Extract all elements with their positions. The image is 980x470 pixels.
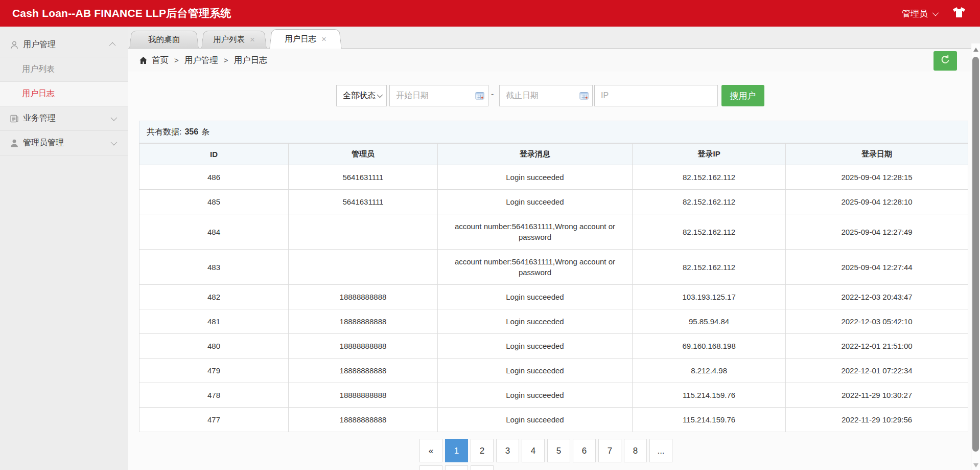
tab-user-log[interactable]: 用户日志× [269, 29, 342, 49]
breadcrumb-item[interactable]: 用户日志 [234, 55, 268, 64]
main-area: 我的桌面用户列表×用户日志× 首页>用户管理>用户日志 全部状态 [128, 27, 980, 470]
page-button-6[interactable]: 6 [573, 439, 596, 462]
chevron-down-icon [111, 115, 118, 121]
table-cell: 2025-09-04 12:28:10 [786, 190, 968, 214]
news-icon [9, 114, 19, 124]
summary-count: 356 [184, 127, 198, 137]
table-cell: 18888888888 [288, 383, 437, 408]
table-cell: 2025-09-04 12:27:44 [786, 250, 968, 285]
summary-label: 共有数据: [147, 127, 181, 138]
scroll-down-icon[interactable] [973, 463, 978, 467]
page-button-7[interactable]: 7 [598, 439, 621, 462]
table-cell: 483 [139, 250, 289, 285]
sidebar-item-admin-management[interactable]: 管理员管理 [0, 131, 128, 155]
page-button-8[interactable]: 8 [624, 439, 647, 462]
table-cell: 2022-11-29 10:29:56 [786, 408, 968, 432]
page-button-35[interactable]: 35 [419, 465, 442, 470]
table-cell: 484 [139, 214, 289, 250]
table-cell: 5641631111 [288, 165, 437, 190]
summary-bar: 共有数据: 356 条 [139, 121, 968, 143]
table-cell: 479 [139, 359, 289, 383]
sidebar-item-user-list[interactable]: 用户列表 [0, 57, 128, 82]
table-cell: 2022-12-03 20:43:47 [786, 285, 968, 309]
end-date-field [499, 85, 593, 106]
home-icon [139, 56, 148, 64]
table-cell: 2025-09-04 12:27:49 [786, 214, 968, 250]
table-cell: 115.214.159.76 [633, 383, 786, 408]
tab-bar: 我的桌面用户列表×用户日志× [128, 27, 980, 49]
breadcrumb-row: 首页>用户管理>用户日志 [128, 49, 980, 72]
chevron-up-icon [109, 42, 116, 49]
refresh-button[interactable] [934, 51, 957, 71]
calendar-icon[interactable] [579, 91, 589, 102]
status-select[interactable]: 全部状态 [336, 85, 387, 106]
next-page-button[interactable]: » [471, 465, 494, 470]
filter-bar: 全部状态 - 搜用户 [128, 85, 980, 106]
table-cell: 5641631111 [288, 190, 437, 214]
table-cell: 478 [139, 383, 289, 408]
table-cell: 485 [139, 190, 289, 214]
theme-button[interactable] [952, 7, 966, 20]
start-date-field [389, 85, 488, 106]
page-button-4[interactable]: 4 [522, 439, 545, 462]
tab-desktop[interactable]: 我的桌面 [129, 31, 199, 48]
summary-unit: 条 [201, 127, 209, 138]
breadcrumb: 首页>用户管理>用户日志 [152, 55, 268, 66]
prev-page-button[interactable]: « [419, 439, 442, 462]
vertical-scrollbar[interactable] [971, 43, 980, 470]
page-button-1[interactable]: 1 [445, 439, 468, 462]
table-row: 47818888888888Login succeeded115.214.159… [139, 383, 968, 408]
table-panel: 共有数据: 356 条 ID管理员登录消息登录IP登录日期 4865641631… [139, 121, 968, 432]
table-cell: 18888888888 [288, 334, 437, 359]
user-menu[interactable]: 管理员 [902, 8, 937, 19]
close-icon[interactable]: × [321, 35, 326, 43]
sidebar-item-business-management[interactable]: 业务管理 [0, 106, 128, 131]
column-header: 登录消息 [437, 144, 632, 165]
column-header: ID [139, 144, 289, 165]
page-button-5[interactable]: 5 [547, 439, 570, 462]
log-table-header-row: ID管理员登录消息登录IP登录日期 [139, 144, 968, 165]
calendar-icon[interactable] [475, 91, 484, 102]
table-row: 4855641631111Login succeeded82.152.162.1… [139, 190, 968, 214]
page-button-2[interactable]: 2 [471, 439, 494, 462]
page-button-3[interactable]: 3 [496, 439, 519, 462]
table-cell: 18888888888 [288, 408, 437, 432]
ip-input[interactable] [594, 85, 718, 106]
page-button-36[interactable]: 36 [445, 465, 468, 470]
breadcrumb-item[interactable]: 用户管理 [184, 55, 218, 64]
table-cell: Login succeeded [437, 309, 632, 334]
tab-user-list[interactable]: 用户列表× [201, 31, 267, 48]
table-cell: 2022-12-03 05:42:10 [786, 309, 968, 334]
pagination-wrap: «12345678...3536» [139, 439, 968, 470]
table-cell: 18888888888 [288, 309, 437, 334]
table-cell: 481 [139, 309, 289, 334]
table-cell [288, 214, 437, 250]
start-date-input[interactable] [389, 85, 488, 106]
table-cell: 2025-09-04 12:28:15 [786, 165, 968, 190]
table-row: 4865641631111Login succeeded82.152.162.1… [139, 165, 968, 190]
table-cell: 103.193.125.17 [633, 285, 786, 309]
table-cell: 82.152.162.112 [633, 250, 786, 285]
close-icon[interactable]: × [250, 35, 255, 44]
table-cell: 69.160.168.198 [633, 334, 786, 359]
scrollbar-thumb[interactable] [972, 57, 979, 452]
user-menu-label: 管理员 [902, 8, 928, 19]
table-row: 48018888888888Login succeeded69.160.168.… [139, 334, 968, 359]
sidebar-item-user-management[interactable]: 用户管理 [0, 33, 128, 57]
scroll-up-icon[interactable] [973, 48, 978, 52]
table-row: 483account number:5641631111,Wrong accou… [139, 250, 968, 285]
log-table-body: 4865641631111Login succeeded82.152.162.1… [139, 165, 968, 432]
sidebar-item-user-log[interactable]: 用户日志 [0, 82, 128, 106]
table-cell: 480 [139, 334, 289, 359]
table-cell: 482 [139, 285, 289, 309]
breadcrumb-item[interactable]: 首页 [152, 55, 169, 64]
app-title: Cash Loan--AB FINANCE LLP后台管理系统 [12, 6, 231, 20]
chevron-down-icon [377, 92, 383, 98]
ellipsis-button[interactable]: ... [649, 439, 672, 462]
top-header: Cash Loan--AB FINANCE LLP后台管理系统 管理员 [0, 0, 980, 27]
table-cell: 18888888888 [288, 285, 437, 309]
sidebar-menu: 用户管理用户列表用户日志业务管理管理员管理 [0, 33, 128, 155]
search-user-button[interactable]: 搜用户 [721, 85, 764, 106]
table-cell: 477 [139, 408, 289, 432]
end-date-input[interactable] [499, 85, 593, 106]
